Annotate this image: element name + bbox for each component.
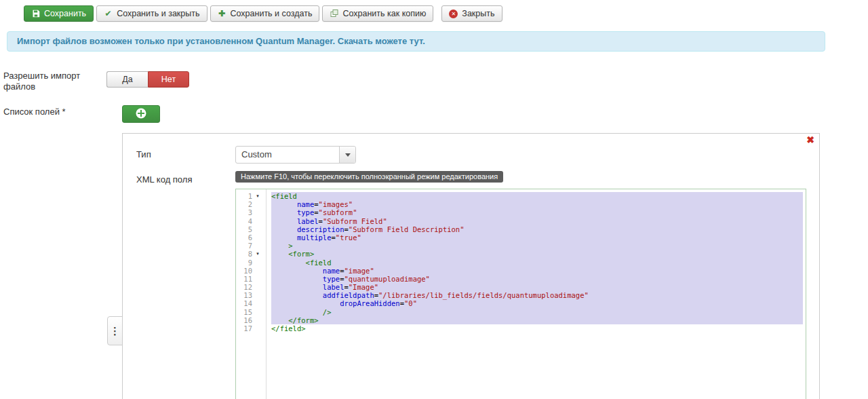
fold-arrow-icon[interactable]: ▾ <box>252 250 263 258</box>
line-number: 15 <box>236 308 252 316</box>
line-number: 3 <box>236 208 252 216</box>
fold-spacer <box>252 299 263 307</box>
gutter-row: 8▾ <box>236 250 266 258</box>
fold-spacer <box>252 283 263 291</box>
save-new-button[interactable]: ✚ Сохранить и создать <box>210 5 320 22</box>
line-number: 7 <box>236 242 252 250</box>
gutter-row: 3 <box>236 208 266 216</box>
field-panel: ✖ Тип Custom XML код поля Нажмите F10, ч… <box>122 133 820 399</box>
gutter-row: 7 <box>236 242 266 250</box>
fold-spacer <box>252 225 263 233</box>
line-number: 14 <box>236 299 252 307</box>
save-close-button-label: Сохранить и закрыть <box>117 9 199 18</box>
code-line[interactable]: addfieldpath="/libraries/lib_fields/fiel… <box>271 291 803 299</box>
type-select[interactable]: Custom <box>235 146 356 164</box>
save-button[interactable]: Сохранить <box>24 5 94 22</box>
code-line[interactable]: name="image" <box>271 267 803 275</box>
save-close-button[interactable]: ✔ Сохранить и закрыть <box>96 5 207 22</box>
code-line[interactable]: name="images" <box>271 200 803 208</box>
editor-gutter: 1▾2345678▾91011121314151617 <box>236 189 267 399</box>
gutter-row: 16 <box>236 316 266 324</box>
fold-spacer <box>252 291 263 299</box>
fold-spacer <box>252 259 263 267</box>
line-number: 11 <box>236 275 252 283</box>
remove-field-icon[interactable]: ✖ <box>806 134 814 145</box>
code-line[interactable]: type="subform" <box>271 208 803 216</box>
close-button-label: Закрыть <box>462 9 494 18</box>
fold-spacer <box>252 308 263 316</box>
alert-text: Импорт файлов возможен только при устано… <box>17 36 425 46</box>
fold-arrow-icon[interactable]: ▾ <box>252 192 263 200</box>
fold-spacer <box>252 316 263 324</box>
fold-spacer <box>252 217 263 225</box>
check-icon: ✔ <box>104 10 113 18</box>
code-line[interactable]: <form> <box>271 250 803 258</box>
info-alert: Импорт файлов возможен только при устано… <box>7 31 825 52</box>
line-number: 12 <box>236 283 252 291</box>
line-number: 6 <box>236 233 252 242</box>
code-line[interactable]: <field <box>271 259 803 267</box>
fold-spacer <box>252 208 263 216</box>
toggle-yes-button[interactable]: Да <box>106 71 148 88</box>
page: Сохранить ✔ Сохранить и закрыть ✚ Сохран… <box>0 0 868 399</box>
code-line[interactable]: label="Image" <box>271 283 803 291</box>
fold-spacer <box>252 242 263 250</box>
code-line[interactable]: label="Subform Field" <box>271 217 803 225</box>
code-line[interactable]: type="quantumuploadimage" <box>271 275 803 283</box>
editor-code[interactable]: <field name="images" type="subform" labe… <box>267 189 806 399</box>
fields-list-label: Список полей * <box>3 107 66 117</box>
toolbar: Сохранить ✔ Сохранить и закрыть ✚ Сохран… <box>24 5 502 22</box>
import-toggle-group: Да Нет <box>106 71 189 88</box>
gutter-row: 13 <box>236 291 266 299</box>
gutter-row: 12 <box>236 283 266 291</box>
type-select-value: Custom <box>236 147 339 163</box>
xml-code-label: XML код поля <box>136 174 192 185</box>
gutter-row: 17 <box>236 324 266 332</box>
gutter-row: 14 <box>236 299 266 307</box>
chevron-down-icon[interactable] <box>339 147 355 163</box>
fold-spacer <box>252 267 263 275</box>
fold-spacer <box>252 324 263 332</box>
code-line[interactable]: /> <box>271 308 803 316</box>
code-line[interactable]: </field> <box>271 324 803 332</box>
gutter-row: 5 <box>236 225 266 233</box>
gutter-row: 10 <box>236 267 266 275</box>
close-button[interactable]: ✕ Закрыть <box>441 5 502 22</box>
save-icon <box>31 10 40 18</box>
save-copy-button-label: Сохранить как копию <box>342 9 426 18</box>
editor-tooltip: Нажмите F10, чтобы переключить полноэкра… <box>235 171 503 183</box>
drag-handle[interactable]: ⋮ <box>107 316 123 345</box>
code-line[interactable]: </form> <box>271 316 803 324</box>
gutter-row: 9 <box>236 259 266 267</box>
code-line[interactable]: dropAreaHidden="0" <box>271 299 803 307</box>
fold-spacer <box>252 200 263 208</box>
line-number: 5 <box>236 225 252 233</box>
line-number: 17 <box>236 324 252 332</box>
gutter-row: 11 <box>236 275 266 283</box>
line-number: 1 <box>236 192 252 200</box>
gutter-row: 2 <box>236 200 266 208</box>
save-new-button-label: Сохранить и создать <box>231 9 313 18</box>
toggle-no-button[interactable]: Нет <box>148 71 189 88</box>
gutter-row: 6 <box>236 233 266 242</box>
code-line[interactable]: > <box>271 242 803 250</box>
line-number: 13 <box>236 291 252 299</box>
fold-spacer <box>252 233 263 242</box>
line-number: 16 <box>236 316 252 324</box>
add-field-button[interactable] <box>122 105 160 123</box>
save-copy-button[interactable]: Сохранить как копию <box>322 5 433 22</box>
grip-dots-icon: ⋮ <box>110 325 120 337</box>
code-line[interactable]: multiple="true" <box>271 233 803 242</box>
gutter-row: 1▾ <box>236 192 266 200</box>
line-number: 8 <box>236 250 252 258</box>
code-line[interactable]: <field <box>271 192 803 200</box>
plus-icon: ✚ <box>218 10 226 18</box>
import-files-label: Разрешить импорт файлов <box>3 71 85 92</box>
xml-code-editor[interactable]: 1▾2345678▾91011121314151617 <field name=… <box>235 189 806 399</box>
close-circle-icon: ✕ <box>449 10 458 18</box>
copy-icon <box>330 10 338 18</box>
code-line[interactable]: description="Subform Field Description" <box>271 225 803 233</box>
gutter-row: 4 <box>236 217 266 225</box>
fold-spacer <box>252 275 263 283</box>
plus-circle-icon <box>136 108 146 121</box>
